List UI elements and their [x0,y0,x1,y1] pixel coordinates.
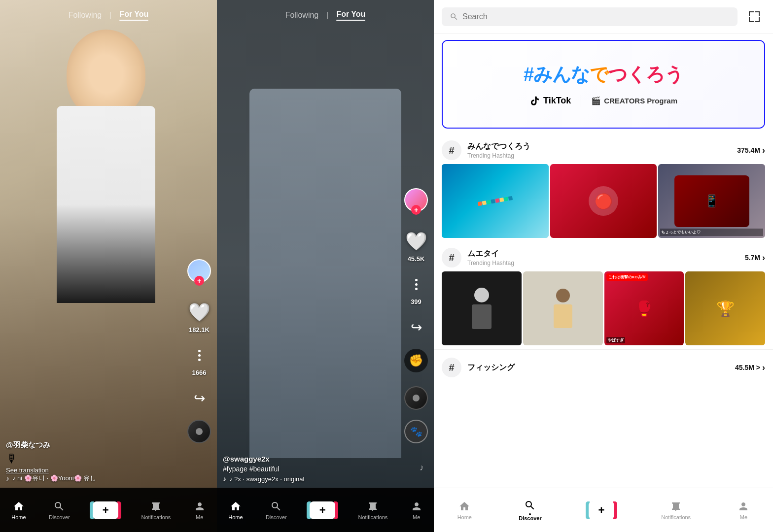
left-nav-me[interactable]: Me [194,500,206,520]
thumbnail-minna-1[interactable] [442,164,549,238]
right-left-nav-me[interactable]: Me [411,500,422,520]
feed-1-see-translation[interactable]: See translation [6,466,182,474]
thumb-muetai-content-3: 🥊 [604,271,684,345]
right-left-nav-home-label: Home [228,514,243,520]
search-input-wrapper[interactable] [442,7,738,26]
feed-2-actions: + 🤍 45.5K 399 ↪ [404,188,428,443]
person-body-2 [554,304,572,328]
three-dots-icon-2 [415,279,418,290]
ko-badge: これは衝撃のKOみ※ [606,273,648,281]
feed-1-like-btn[interactable]: 🤍 182.1K [187,300,211,333]
thumb-minna-3-label: ちょっとでもいいよ♡ [660,229,763,236]
left-nav-discover[interactable]: Discover [49,500,70,520]
right-nav-discover[interactable]: Discover [519,499,541,521]
feed-1-follow-btn[interactable]: + [194,276,204,286]
thumbnail-muetai-4[interactable]: 🏆 [685,271,765,345]
right-nav-notifications-label: Notifications [661,514,691,520]
right-create-inner: + [589,501,614,519]
feed-1-like-icon: 🤍 [187,300,211,324]
right-nav-home-label: Home [457,514,472,520]
create-button[interactable]: + [93,501,118,519]
trending-muetai: # ムエタイ Trending Hashtag 5.7M [434,242,773,345]
right-nav-home[interactable]: Home [457,500,472,520]
feed-2-foryou-tab[interactable]: For You [336,10,365,21]
three-dots-icon [198,350,201,361]
feed-1-actions: + 🤍 182.1K 1666 ↪ [187,259,211,443]
home-icon [13,500,25,512]
feed-1-comment-btn[interactable]: 1666 [187,343,211,376]
right-notifications-icon [670,500,682,512]
right-left-nav-create[interactable]: + [310,501,335,519]
create-plus-inner: + [93,501,118,519]
martial-arts-visual-1 [472,288,492,329]
right-bottom-nav: Home Discover + Notifications [434,488,773,532]
feed-2-avatar-btn[interactable]: + [404,188,428,212]
feed-1-share-btn[interactable]: ↪ [187,386,211,410]
feed-2-follow-btn[interactable]: + [411,205,421,215]
discover-icon-2 [270,500,282,512]
create-button-2[interactable]: + [310,501,335,519]
sponsored-banner[interactable]: #みんなでつくろう TikTok 🎬 CREATORS Program [442,40,765,129]
person-head-2 [556,289,570,302]
heart-icon-2: 🤍 [405,231,427,252]
right-create-button[interactable]: + [589,501,614,519]
search-bar [434,0,773,34]
trending-minna-header: # みんなでつくろう Trending Hashtag 375.4M [434,134,773,164]
right-left-nav-me-label: Me [413,514,420,520]
thumbnail-muetai-2[interactable] [523,271,603,345]
me-icon [194,500,206,512]
feed-2-tags: #fypage #beautiful [223,465,399,473]
banner-char-2: で [590,64,608,85]
right-discover-panel: #みんなでつくろう TikTok 🎬 CREATORS Program [434,0,773,532]
trending-muetai-name: ムエタイ [467,249,514,259]
right-nav-notifications[interactable]: Notifications [661,500,691,520]
banner-divider [581,95,581,107]
thumbnail-minna-2[interactable]: 🔴 [550,164,657,238]
right-nav-create[interactable]: + [589,501,614,519]
right-left-nav-notifications[interactable]: Notifications [358,500,387,520]
right-discover-icon [524,499,536,511]
feed-2-nav-divider: | [326,11,328,20]
feed-1-foryou-tab[interactable]: For You [119,10,148,21]
feed-2-like-btn[interactable]: 🤍 45.5K [404,230,428,263]
feed-2-comment-count: 399 [411,298,422,305]
left-nav-notifications[interactable]: Notifications [141,500,171,520]
trending-minna-name: みんなでつくろう [467,141,530,152]
right-nav-me[interactable]: Me [738,500,749,520]
feed-2-bottom-nav: Home Discover + Notifications [217,488,434,532]
left-bottom-nav: Home Discover + Notifications [0,488,434,532]
feed-2-comment-btn[interactable]: 399 [404,272,428,305]
feed-2-following-tab[interactable]: Following [285,11,319,20]
left-nav-home[interactable]: Home [11,500,26,520]
scan-qr-button[interactable] [743,6,765,28]
thumbnail-muetai-3[interactable]: 🥊 これは衝撃のKOみ※ やばすぎ [604,271,684,345]
trending-minna: # みんなでつくろう Trending Hashtag 375.4M [434,134,773,238]
create-plus-inner-2: + [310,501,335,519]
feed-2-username: @swaggye2x [223,455,399,463]
coin-visual: 🔴 [589,186,618,216]
right-left-nav-home[interactable]: Home [228,500,243,520]
trending-minna-count[interactable]: 375.4M [737,145,765,156]
right-left-nav-discover[interactable]: Discover [266,500,287,520]
trending-muetai-count[interactable]: 5.7M [745,253,765,263]
ko-sub-badge: やばすぎ [606,337,625,343]
feed-2-share-btn[interactable]: ↪ [404,315,428,339]
feed-1-avatar-btn[interactable]: + [187,259,211,283]
trending-fishing-count[interactable]: 45.5M > [735,363,765,373]
banner-logos: TikTok 🎬 CREATORS Program [529,95,677,107]
right-nav-me-label: Me [740,514,747,520]
left-nav-home-label: Home [11,514,26,520]
feed-1-share-icon: ↪ [187,386,211,410]
trending-minna-thumbnails: 🔴 📱 ちょっとでもいいよ♡ [434,164,773,238]
left-nav-notifications-label: Notifications [141,514,171,520]
left-nav-create[interactable]: + [93,501,118,519]
feed-1-avatar: + [187,259,211,283]
search-input[interactable] [462,12,730,21]
thumbnail-minna-3[interactable]: 📱 ちょっとでもいいよ♡ [658,164,765,238]
right-home-icon [458,500,470,512]
craft-grid [478,196,513,206]
feed-1-following-tab[interactable]: Following [69,11,102,20]
thumbnail-muetai-1[interactable] [442,271,522,345]
thumb-content-1 [442,164,549,238]
left-video-panel: Following | For You + 🤍 182.1K [0,0,434,532]
